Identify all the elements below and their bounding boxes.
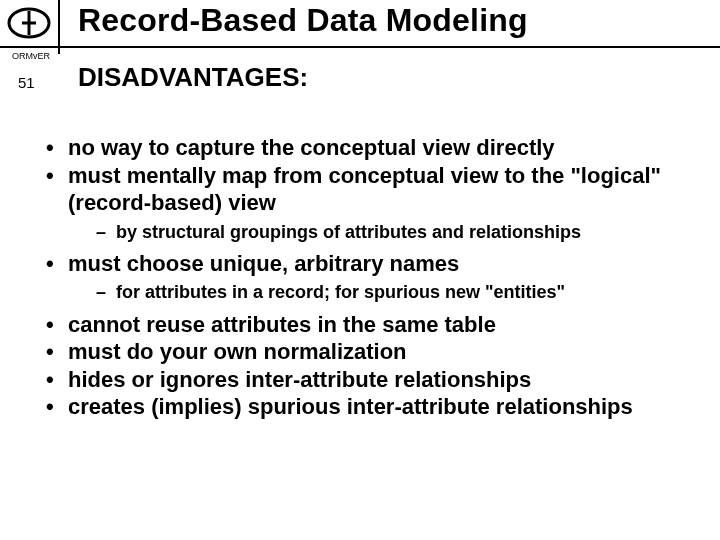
bullet-text: must mentally map from conceptual view t…	[68, 163, 661, 216]
header-tag: ORMvER	[12, 51, 50, 61]
slide: Record-Based Data Modeling ORMvER 51 DIS…	[0, 0, 720, 540]
bullet-text: creates (implies) spurious inter-attribu…	[68, 394, 633, 419]
bullet-text: must do your own normalization	[68, 339, 407, 364]
bullet-text: must choose unique, arbitrary names	[68, 251, 459, 276]
list-item: cannot reuse attributes in the same tabl…	[42, 311, 690, 339]
list-item: for attributes in a record; for spurious…	[74, 281, 690, 304]
horizontal-divider	[0, 46, 720, 48]
slide-title: Record-Based Data Modeling	[78, 2, 528, 39]
page-number: 51	[18, 74, 35, 91]
list-item: must choose unique, arbitrary names for …	[42, 250, 690, 305]
list-item: hides or ignores inter-attribute relatio…	[42, 366, 690, 394]
sub-list: for attributes in a record; for spurious…	[68, 281, 690, 304]
list-item: by structural groupings of attributes an…	[74, 221, 690, 244]
logo-icon	[6, 6, 52, 44]
list-item: no way to capture the conceptual view di…	[42, 134, 690, 162]
list-item: must do your own normalization	[42, 338, 690, 366]
bullet-text: hides or ignores inter-attribute relatio…	[68, 367, 531, 392]
header: Record-Based Data Modeling ORMvER	[0, 0, 720, 54]
subtitle: DISADVANTAGES:	[78, 62, 308, 93]
list-item: must mentally map from conceptual view t…	[42, 162, 690, 244]
bullet-text: by structural groupings of attributes an…	[116, 222, 581, 242]
bullet-text: for attributes in a record; for spurious…	[116, 282, 565, 302]
list-item: creates (implies) spurious inter-attribu…	[42, 393, 690, 421]
bullet-text: cannot reuse attributes in the same tabl…	[68, 312, 496, 337]
bullet-list: no way to capture the conceptual view di…	[42, 134, 690, 421]
sub-list: by structural groupings of attributes an…	[68, 221, 690, 244]
bullet-text: no way to capture the conceptual view di…	[68, 135, 555, 160]
body: no way to capture the conceptual view di…	[42, 134, 690, 421]
